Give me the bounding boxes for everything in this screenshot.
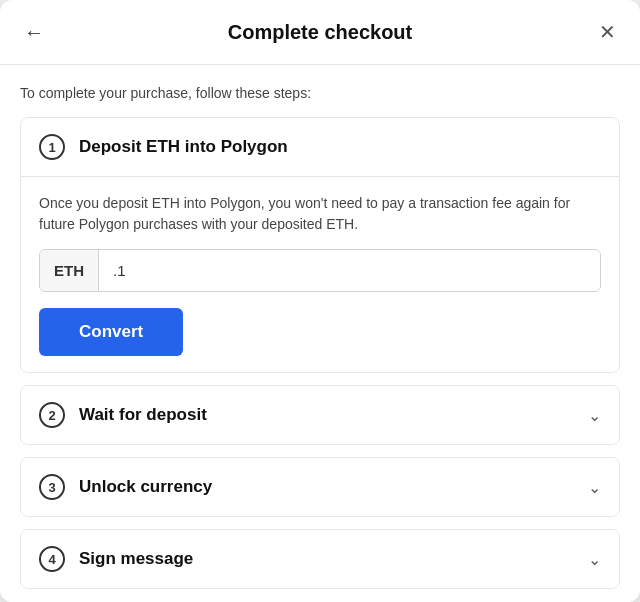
chevron-down-icon-3: ⌄ xyxy=(588,478,601,497)
back-button[interactable]: ← xyxy=(20,17,48,48)
step-4-title: Sign message xyxy=(79,549,588,569)
close-button[interactable]: ✕ xyxy=(595,16,620,48)
step-4-number: 4 xyxy=(39,546,65,572)
step-card-1: 1 Deposit ETH into Polygon Once you depo… xyxy=(20,117,620,373)
step-1-description: Once you deposit ETH into Polygon, you w… xyxy=(39,193,601,235)
step-1-header[interactable]: 1 Deposit ETH into Polygon xyxy=(21,118,619,176)
step-2-title: Wait for deposit xyxy=(79,405,588,425)
step-2-number: 2 xyxy=(39,402,65,428)
step-card-3: 3 Unlock currency ⌄ xyxy=(20,457,620,517)
subtitle: To complete your purchase, follow these … xyxy=(20,85,620,101)
chevron-down-icon-4: ⌄ xyxy=(588,550,601,569)
eth-input-row: ETH xyxy=(39,249,601,292)
step-3-header[interactable]: 3 Unlock currency ⌄ xyxy=(21,458,619,516)
step-card-4: 4 Sign message ⌄ xyxy=(20,529,620,589)
step-4-header[interactable]: 4 Sign message ⌄ xyxy=(21,530,619,588)
step-1-number: 1 xyxy=(39,134,65,160)
modal-title: Complete checkout xyxy=(228,21,412,44)
step-1-content: Once you deposit ETH into Polygon, you w… xyxy=(21,176,619,372)
eth-label: ETH xyxy=(40,250,99,291)
modal-body: To complete your purchase, follow these … xyxy=(0,65,640,602)
step-3-number: 3 xyxy=(39,474,65,500)
chevron-down-icon-2: ⌄ xyxy=(588,406,601,425)
step-2-header[interactable]: 2 Wait for deposit ⌄ xyxy=(21,386,619,444)
modal-header: ← Complete checkout ✕ xyxy=(0,0,640,65)
step-card-2: 2 Wait for deposit ⌄ xyxy=(20,385,620,445)
eth-input[interactable] xyxy=(99,250,600,291)
step-3-title: Unlock currency xyxy=(79,477,588,497)
convert-button[interactable]: Convert xyxy=(39,308,183,356)
step-1-title: Deposit ETH into Polygon xyxy=(79,137,601,157)
checkout-modal: ← Complete checkout ✕ To complete your p… xyxy=(0,0,640,602)
